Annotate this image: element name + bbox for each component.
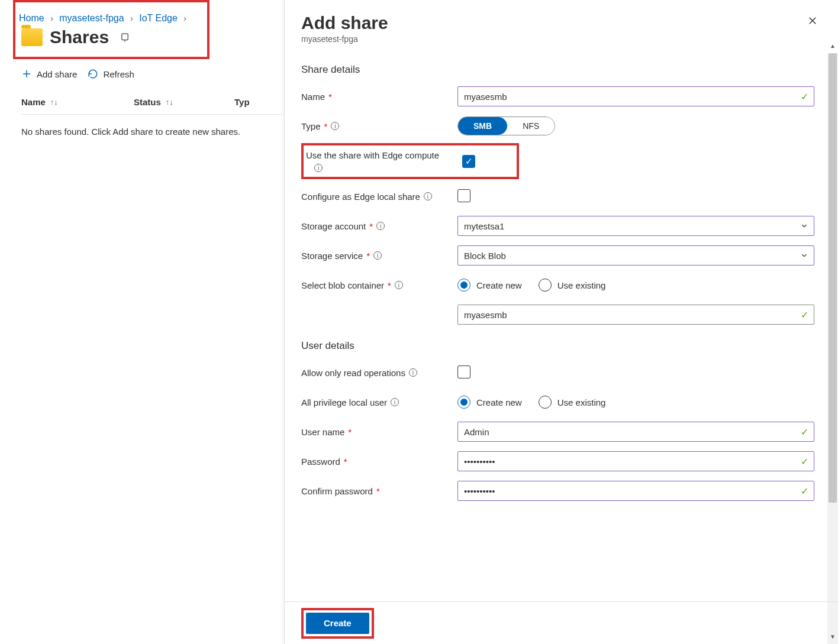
breadcrumb-resource[interactable]: myasetest-fpga (59, 13, 124, 23)
info-icon[interactable]: i (376, 222, 385, 230)
column-type[interactable]: Typ (234, 97, 270, 107)
info-icon[interactable]: i (391, 398, 399, 406)
label-blob-container: Select blob container (301, 280, 384, 290)
scroll-up-icon[interactable]: ▲ (827, 43, 838, 53)
create-button[interactable]: Create (306, 613, 369, 634)
label-user-name: User name (301, 427, 344, 437)
row-allow-read: Allow only read operations i (301, 358, 814, 387)
section-user-details: User details (301, 340, 814, 352)
row-blob-container: Select blob container * i Create new Use… (301, 270, 814, 300)
type-option-smb[interactable]: SMB (458, 117, 507, 135)
add-share-button[interactable]: Add share (21, 69, 77, 79)
info-icon[interactable]: i (373, 251, 382, 260)
storage-account-dropdown[interactable]: mytestsa1 (457, 216, 814, 236)
type-option-nfs[interactable]: NFS (507, 117, 555, 135)
user-name-input[interactable] (457, 422, 814, 442)
row-edge-local: Configure as Edge local share i (301, 182, 814, 211)
refresh-button[interactable]: Refresh (88, 69, 134, 79)
add-share-blade: Add share myasetest-fpga ▲ ▼ Share detai… (284, 0, 838, 644)
chevron-right-icon: › (130, 14, 133, 23)
row-user-name: User name * ✓ (301, 417, 814, 446)
password-input[interactable] (457, 451, 814, 471)
required-icon: * (376, 486, 380, 496)
required-icon: * (388, 280, 391, 290)
required-icon: * (369, 221, 373, 231)
confirm-password-input[interactable] (457, 481, 814, 501)
check-icon: ✓ (801, 486, 808, 497)
breadcrumb-home[interactable]: Home (19, 13, 44, 23)
sort-icon: ↑↓ (50, 98, 58, 106)
label-name: Name (301, 92, 325, 102)
storage-account-value: mytestsa1 (457, 216, 814, 236)
required-icon: * (324, 121, 328, 131)
label-storage-service: Storage service (301, 251, 363, 261)
info-icon[interactable]: i (424, 192, 432, 200)
refresh-label: Refresh (103, 69, 134, 79)
blade-subtitle: myasetest-fpga (301, 34, 821, 44)
label-password: Password (301, 457, 340, 467)
table-header: Name ↑↓ Status ↑↓ Typ (21, 97, 282, 115)
main-content: Home › myasetest-fpga › IoT Edge › Share… (0, 0, 284, 644)
container-name-input[interactable] (457, 305, 814, 325)
user-use-existing-radio[interactable]: Use existing (539, 396, 606, 409)
toolbar: Add share Refresh (21, 69, 284, 79)
folder-icon (21, 28, 43, 46)
required-icon: * (328, 92, 332, 102)
label-confirm-password: Confirm password (301, 486, 373, 496)
info-icon[interactable]: i (331, 122, 339, 130)
name-input[interactable] (457, 86, 814, 106)
add-share-label: Add share (37, 69, 77, 79)
type-toggle: SMB NFS (457, 116, 555, 135)
chevron-right-icon: › (50, 14, 53, 23)
empty-state-message: No shares found. Click Add share to crea… (21, 127, 284, 137)
row-priv-user: All privilege local user i Create new Us… (301, 387, 814, 417)
scrollbar-thumb[interactable] (829, 53, 837, 503)
row-storage-account: Storage account * i mytestsa1 (301, 211, 814, 241)
pin-icon[interactable] (120, 32, 130, 43)
label-edge-local: Configure as Edge local share (301, 192, 420, 202)
required-icon: * (366, 251, 370, 261)
required-icon: * (348, 427, 352, 437)
info-icon[interactable]: i (314, 164, 323, 172)
edge-local-checkbox[interactable] (457, 189, 470, 202)
column-name[interactable]: Name ↑↓ (21, 97, 134, 107)
label-type: Type (301, 121, 321, 131)
row-name: Name * ✓ (301, 82, 814, 111)
close-button[interactable] (807, 15, 818, 26)
check-icon: ✓ (801, 309, 808, 321)
blob-use-existing-radio[interactable]: Use existing (539, 279, 606, 292)
blade-title: Add share (301, 13, 821, 33)
breadcrumb-section[interactable]: IoT Edge (139, 13, 178, 23)
page-title-row: Shares (19, 24, 201, 53)
user-create-new-radio[interactable]: Create new (457, 396, 522, 409)
sort-icon: ↑↓ (166, 98, 173, 106)
blade-header: Add share myasetest-fpga (285, 0, 838, 44)
info-icon[interactable]: i (409, 368, 417, 377)
allow-read-checkbox[interactable] (457, 365, 470, 378)
required-icon: * (344, 457, 347, 467)
label-edge-compute: Use the share with Edge compute (306, 150, 439, 160)
label-storage-account: Storage account (301, 221, 366, 231)
svg-rect-0 (122, 34, 128, 40)
chevron-right-icon: › (183, 14, 186, 23)
row-container-name: ✓ (301, 300, 814, 329)
column-status[interactable]: Status ↑↓ (134, 97, 234, 107)
refresh-icon (88, 69, 98, 79)
blade-body: Share details Name * ✓ Type * i SMB NFS … (285, 53, 830, 603)
page-title: Shares (50, 27, 109, 47)
edge-compute-checkbox[interactable]: ✓ (462, 155, 475, 168)
breadcrumb: Home › myasetest-fpga › IoT Edge › (19, 13, 201, 24)
name-input-wrap: ✓ (457, 86, 814, 106)
info-icon[interactable]: i (395, 281, 403, 289)
label-allow-read: Allow only read operations (301, 368, 405, 378)
check-icon: ✓ (801, 426, 808, 438)
edge-compute-highlight: Use the share with Edge compute i ✓ (301, 143, 519, 179)
storage-service-dropdown[interactable]: Block Blob (457, 245, 814, 266)
priv-user-radio-group: Create new Use existing (457, 396, 814, 409)
breadcrumb-and-title-highlight: Home › myasetest-fpga › IoT Edge › Share… (13, 0, 210, 59)
check-icon: ✓ (801, 456, 808, 467)
blob-create-new-radio[interactable]: Create new (457, 279, 522, 292)
plus-icon (21, 69, 32, 79)
row-storage-service: Storage service * i Block Blob (301, 241, 814, 270)
row-type: Type * i SMB NFS (301, 111, 814, 141)
